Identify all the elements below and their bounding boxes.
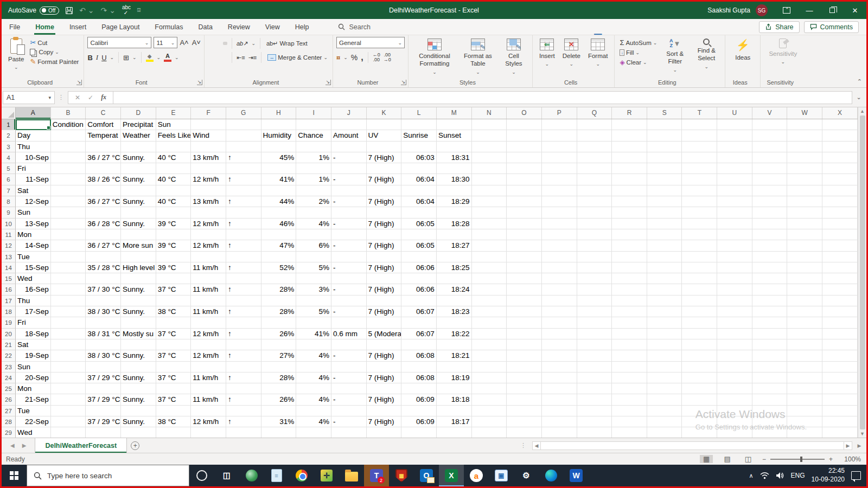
cell-F29[interactable] (191, 427, 226, 438)
row-header-1[interactable]: 1 (2, 119, 16, 130)
cell-W16[interactable] (787, 284, 822, 295)
cell-X28[interactable] (822, 416, 858, 427)
cell-D26[interactable]: Sunny. (121, 394, 156, 405)
cell-J7[interactable] (331, 185, 367, 196)
cell-C29[interactable] (86, 427, 121, 438)
cell-D7[interactable] (121, 185, 156, 196)
cell-H24[interactable]: 28% (261, 373, 297, 383)
cell-N22[interactable] (472, 350, 507, 361)
cell-G9[interactable] (226, 207, 261, 218)
cell-D6[interactable]: Sunny. (121, 174, 156, 185)
autosave-toggle[interactable]: AutoSave Off (8, 7, 59, 15)
row-header-13[interactable]: 13 (2, 252, 16, 262)
cell-D13[interactable] (121, 252, 156, 262)
cell-M18[interactable]: 18:23 (437, 306, 472, 317)
zoom-in-button[interactable]: + (829, 455, 833, 463)
cell-T12[interactable] (682, 240, 717, 251)
cell-O23[interactable] (507, 362, 542, 373)
column-header-D[interactable]: D (121, 107, 156, 119)
cell-T27[interactable] (682, 406, 717, 416)
cell-X4[interactable] (822, 152, 858, 163)
cell-X10[interactable] (822, 219, 858, 229)
cell-D28[interactable]: Sunny. (121, 416, 156, 427)
cell-V9[interactable] (752, 207, 788, 218)
cell-M15[interactable] (437, 273, 472, 284)
font-color-chevron[interactable]: ⌄ (175, 55, 179, 60)
cell-I16[interactable]: 3% (296, 284, 331, 295)
cell-M22[interactable]: 18:21 (437, 350, 472, 361)
cell-C1[interactable]: Comfort (86, 119, 121, 130)
cell-J19[interactable] (331, 317, 367, 328)
row-header-28[interactable]: 28 (2, 416, 16, 427)
cell-N24[interactable] (472, 373, 507, 383)
cell-P3[interactable] (542, 142, 577, 152)
tab-review[interactable]: Review (220, 19, 258, 35)
cell-B6[interactable] (51, 174, 86, 185)
cell-T16[interactable] (682, 284, 717, 295)
cell-L15[interactable] (401, 273, 437, 284)
cell-L9[interactable] (401, 207, 437, 218)
cell-Q12[interactable] (577, 240, 612, 251)
tab-page-layout[interactable]: Page Layout (94, 19, 147, 35)
cell-E18[interactable]: 38 °C (156, 306, 192, 317)
cell-C20[interactable]: 38 / 31 °C (86, 329, 121, 339)
cell-H15[interactable] (261, 273, 297, 284)
cell-I25[interactable] (296, 383, 331, 394)
cell-G16[interactable]: ↑ (226, 284, 261, 295)
cell-J2[interactable]: Amount (331, 130, 367, 141)
cell-C17[interactable] (86, 296, 121, 306)
cell-N6[interactable] (472, 174, 507, 185)
cell-S6[interactable] (647, 174, 682, 185)
cell-F21[interactable] (191, 339, 226, 350)
cell-H14[interactable]: 52% (261, 262, 297, 273)
cell-X27[interactable] (822, 406, 858, 416)
cell-D19[interactable] (121, 317, 156, 328)
cell-U5[interactable] (717, 163, 752, 174)
cell-P26[interactable] (542, 394, 577, 405)
cell-T10[interactable] (682, 219, 717, 229)
cell-H18[interactable]: 28% (261, 306, 297, 317)
cell-K3[interactable] (367, 142, 402, 152)
cell-K7[interactable] (367, 185, 402, 196)
cell-L21[interactable] (401, 339, 437, 350)
cell-T23[interactable] (682, 362, 717, 373)
cell-W23[interactable] (787, 362, 822, 373)
cell-L20[interactable]: 06:07 (401, 329, 437, 339)
cell-C11[interactable] (86, 229, 121, 240)
cell-Q5[interactable] (577, 163, 612, 174)
page-layout-view-button[interactable]: ▤ (720, 455, 733, 463)
cell-T15[interactable] (682, 273, 717, 284)
cell-S1[interactable] (647, 119, 682, 130)
cell-K15[interactable] (367, 273, 402, 284)
cell-X23[interactable] (822, 362, 858, 373)
cell-J1[interactable] (331, 119, 367, 130)
cell-H7[interactable] (261, 185, 297, 196)
cell-R2[interactable] (612, 130, 647, 141)
cell-E8[interactable]: 40 °C (156, 196, 192, 207)
cell-V13[interactable] (752, 252, 788, 262)
teams-taskbar-button[interactable]: T2 (364, 465, 389, 486)
redo-button[interactable]: ↷ ⌄ (101, 7, 116, 14)
cell-D5[interactable] (121, 163, 156, 174)
cell-P24[interactable] (542, 373, 577, 383)
cell-O29[interactable] (507, 427, 542, 438)
cell-S8[interactable] (647, 196, 682, 207)
cell-A12[interactable]: 14-Sep (16, 240, 51, 251)
cell-E12[interactable]: 39 °C (156, 240, 192, 251)
cell-P28[interactable] (542, 416, 577, 427)
cell-A1[interactable] (16, 119, 51, 130)
cell-E11[interactable] (156, 229, 192, 240)
cell-N4[interactable] (472, 152, 507, 163)
cell-X17[interactable] (822, 296, 858, 306)
cell-O25[interactable] (507, 383, 542, 394)
row-header-9[interactable]: 9 (2, 207, 16, 218)
cell-M14[interactable]: 18:25 (437, 262, 472, 273)
cell-W5[interactable] (787, 163, 822, 174)
cell-D2[interactable]: Weather (121, 130, 156, 141)
cell-F16[interactable]: 11 km/h (191, 284, 226, 295)
cell-N23[interactable] (472, 362, 507, 373)
cell-T26[interactable] (682, 394, 717, 405)
cell-O5[interactable] (507, 163, 542, 174)
cell-V2[interactable] (752, 130, 788, 141)
cell-P27[interactable] (542, 406, 577, 416)
